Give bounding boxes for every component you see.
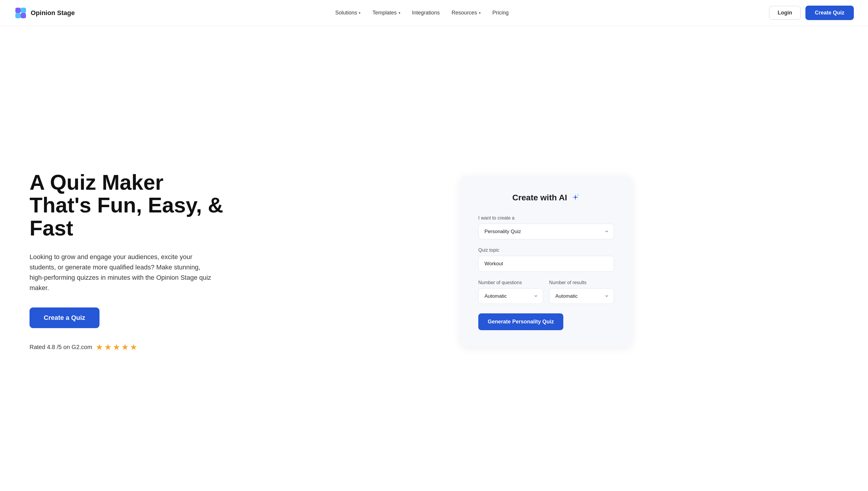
ai-card-header: Create with AI bbox=[478, 193, 614, 202]
hero-title: A Quiz Maker That's Fun, Easy, & Fast bbox=[30, 171, 230, 240]
nav-links: Solutions ▾ Templates ▾ Integrations Res… bbox=[335, 10, 508, 16]
quiz-type-select[interactable]: Personality Quiz Trivia Quiz Survey Poll bbox=[478, 224, 614, 239]
hero-right: Create with AI I want to create a Person… bbox=[248, 176, 844, 347]
nav-link-pricing[interactable]: Pricing bbox=[493, 10, 509, 16]
svg-rect-1 bbox=[16, 8, 21, 13]
quiz-topic-group: Quiz topic bbox=[478, 248, 614, 272]
logo-icon bbox=[14, 6, 27, 20]
star-rating: ★ ★ ★ ★ ★ bbox=[96, 342, 137, 352]
num-questions-label: Number of questions bbox=[478, 280, 543, 285]
logo-text: Opinion Stage bbox=[31, 9, 75, 17]
create-quiz-nav-button[interactable]: Create Quiz bbox=[805, 6, 854, 20]
logo-link[interactable]: Opinion Stage bbox=[14, 6, 75, 20]
star-2: ★ bbox=[104, 342, 112, 352]
svg-rect-2 bbox=[21, 8, 26, 13]
chevron-down-icon: ▾ bbox=[359, 11, 361, 15]
star-1: ★ bbox=[96, 342, 103, 352]
chevron-down-icon: ▾ bbox=[398, 11, 400, 15]
star-3: ★ bbox=[113, 342, 120, 352]
ai-card: Create with AI I want to create a Person… bbox=[460, 176, 632, 347]
num-results-label: Number of results bbox=[549, 280, 614, 285]
quiz-topic-label: Quiz topic bbox=[478, 248, 614, 253]
svg-rect-4 bbox=[21, 13, 26, 18]
quiz-counts-row: Number of questions Automatic 5 10 15 20… bbox=[478, 280, 614, 304]
quiz-topic-input[interactable] bbox=[478, 256, 614, 272]
star-5: ★ bbox=[130, 342, 137, 352]
ai-card-title: Create with AI bbox=[512, 193, 567, 202]
chevron-down-icon: ▾ bbox=[479, 11, 481, 15]
hero-section: A Quiz Maker That's Fun, Easy, & Fast Lo… bbox=[0, 26, 868, 491]
generate-button[interactable]: Generate Personality Quiz bbox=[478, 313, 563, 330]
nav-item-resources[interactable]: Resources ▾ bbox=[452, 10, 481, 16]
create-quiz-hero-button[interactable]: Create a Quiz bbox=[30, 308, 100, 328]
nav-item-pricing[interactable]: Pricing bbox=[493, 10, 509, 16]
hero-description: Looking to grow and engage your audience… bbox=[30, 252, 213, 293]
ai-sparkle-icon bbox=[571, 193, 580, 202]
svg-rect-3 bbox=[16, 13, 21, 18]
nav-link-integrations[interactable]: Integrations bbox=[412, 10, 440, 16]
nav-item-templates[interactable]: Templates ▾ bbox=[372, 10, 400, 16]
nav-link-solutions[interactable]: Solutions ▾ bbox=[335, 10, 361, 16]
num-questions-select[interactable]: Automatic 5 10 15 20 bbox=[478, 288, 543, 304]
nav-item-integrations[interactable]: Integrations bbox=[412, 10, 440, 16]
num-results-group: Number of results Automatic 2 3 4 5 bbox=[549, 280, 614, 304]
nav-item-solutions[interactable]: Solutions ▾ bbox=[335, 10, 361, 16]
quiz-type-group: I want to create a Personality Quiz Triv… bbox=[478, 215, 614, 239]
rating-text: Rated 4.8 /5 on G2.com bbox=[30, 344, 92, 351]
sparkle-svg bbox=[571, 193, 580, 202]
nav-link-resources[interactable]: Resources ▾ bbox=[452, 10, 481, 16]
nav-link-templates[interactable]: Templates ▾ bbox=[372, 10, 400, 16]
rating-section: Rated 4.8 /5 on G2.com ★ ★ ★ ★ ★ bbox=[30, 342, 230, 352]
hero-left: A Quiz Maker That's Fun, Easy, & Fast Lo… bbox=[30, 171, 230, 352]
num-questions-group: Number of questions Automatic 5 10 15 20 bbox=[478, 280, 543, 304]
login-button[interactable]: Login bbox=[769, 6, 801, 20]
nav-actions: Login Create Quiz bbox=[769, 6, 854, 20]
navigation: Opinion Stage Solutions ▾ Templates ▾ In… bbox=[0, 0, 868, 26]
quiz-type-label: I want to create a bbox=[478, 215, 614, 221]
star-4: ★ bbox=[121, 342, 129, 352]
num-results-select[interactable]: Automatic 2 3 4 5 bbox=[549, 288, 614, 304]
